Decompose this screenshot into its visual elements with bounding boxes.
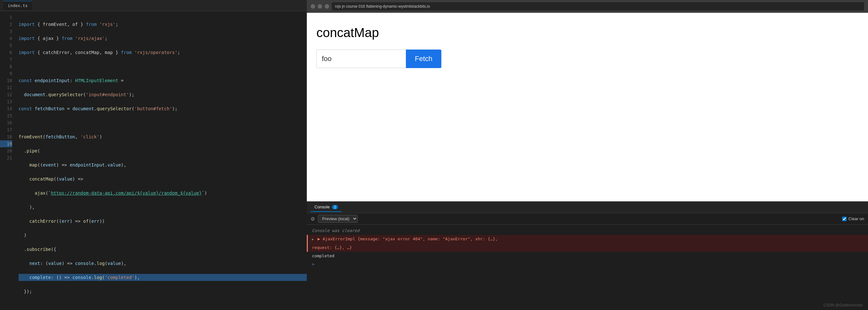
preview-title: concatMap [316, 26, 859, 40]
watermark: CSDN @GoldenArcher [823, 303, 863, 307]
console-content: Console was cleared ▶ ▶ AjaxErrorImpl {m… [307, 225, 868, 310]
clear-on-checkbox[interactable] [842, 217, 846, 221]
code-area: 12345 678910 1112131415 161718 19 2021 i… [0, 11, 307, 310]
browser-back-btn[interactable] [311, 4, 315, 9]
browser-url-bar[interactable]: rxjs jn course 016 flattening-dynamic-wy… [332, 2, 864, 10]
browser-topbar: rxjs jn course 016 flattening-dynamic-wy… [307, 0, 868, 13]
editor-tab-bar: index.ts [0, 0, 307, 11]
console-error-line1[interactable]: ▶ ▶ AjaxErrorImpl {message: "ajax error … [307, 235, 868, 244]
console-error-text2: request: {…}, …} [312, 245, 352, 250]
line-numbers: 12345 678910 1112131415 161718 19 2021 [0, 11, 16, 310]
console-prompt-symbol: > [312, 262, 314, 267]
console-error-line2: request: {…}, …} [307, 244, 868, 252]
tab-console[interactable]: Console 2 [311, 203, 342, 212]
editor-tab[interactable]: index.ts [3, 1, 32, 10]
code-content[interactable]: import { fromEvent, of } from 'rxjs'; im… [16, 11, 307, 310]
preview-area: concatMap Fetch [307, 13, 868, 202]
browser-refresh-btn[interactable] [325, 4, 329, 9]
devtools-panel: Console 2 ⊘ Preview (local) Top Clear on… [307, 202, 868, 310]
preview-input-row: Fetch [316, 50, 859, 68]
console-complete-text: completed [312, 253, 334, 258]
console-badge: 2 [332, 205, 338, 209]
console-error-text1: ▶ AjaxErrorImpl {message: "ajax error 40… [318, 237, 498, 241]
devtools-tabs: Console 2 [307, 202, 868, 213]
editor-panel: index.ts 12345 678910 1112131415 161718 … [0, 0, 307, 310]
clear-console-btn[interactable]: ⊘ [311, 216, 315, 222]
context-select[interactable]: Preview (local) Top [318, 215, 358, 223]
console-cleared-msg: Console was cleared [307, 226, 868, 235]
endpoint-input[interactable] [316, 50, 406, 68]
right-panel: rxjs jn course 016 flattening-dynamic-wy… [307, 0, 868, 310]
browser-forward-btn[interactable] [318, 4, 322, 9]
fetch-button[interactable]: Fetch [406, 50, 441, 68]
url-text: rxjs jn course 016 flattening-dynamic-wy… [335, 4, 430, 9]
expand-triangle-icon[interactable]: ▶ [312, 236, 314, 243]
clear-on-label: Clear on [842, 216, 864, 221]
console-complete-line: completed [307, 252, 868, 260]
devtools-toolbar: ⊘ Preview (local) Top Clear on [307, 213, 868, 225]
console-prompt-line[interactable]: > [307, 260, 868, 269]
